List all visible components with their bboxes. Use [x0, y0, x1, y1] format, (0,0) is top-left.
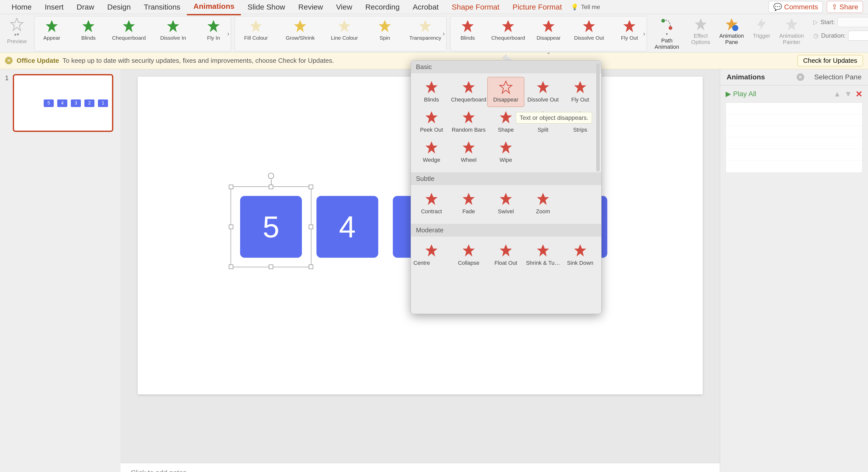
effect-blinds[interactable]: Blinds	[413, 77, 450, 107]
animation-list[interactable]	[725, 102, 863, 173]
anim-transparency[interactable]: Transparency	[408, 19, 443, 41]
move-down-icon[interactable]: ▼	[844, 90, 852, 98]
effect-label: Wipe	[500, 157, 512, 163]
tab-acrobat[interactable]: Acrobat	[406, 0, 445, 15]
effect-contract[interactable]: Contract	[413, 189, 450, 219]
tab-picture-format[interactable]: Picture Format	[506, 0, 569, 15]
anim-chequerboard[interactable]: Chequerboard	[491, 19, 526, 41]
close-icon[interactable]: ✕	[797, 73, 804, 81]
slide-shape-5[interactable]: 5	[240, 196, 302, 258]
anim-label: Fly Out	[621, 35, 638, 41]
preview-button[interactable]: ▸▾ Preview	[2, 16, 31, 51]
resize-handle[interactable]	[269, 185, 273, 189]
slide-thumbnails: 1 54321	[0, 69, 121, 472]
effect-wedge[interactable]: Wedge	[413, 137, 450, 167]
anim-dissolve-in[interactable]: Dissolve In	[155, 19, 191, 41]
resize-handle[interactable]	[229, 225, 233, 229]
effect-disappear[interactable]: Disappear	[487, 77, 524, 107]
effect-zoom[interactable]: Zoom	[524, 189, 562, 219]
anim-chequerboard[interactable]: Chequerboard	[111, 19, 147, 41]
tab-view[interactable]: View	[330, 0, 359, 15]
effect-label: Strips	[573, 127, 587, 133]
effect-centre-revo-[interactable]: Centre Revo…	[413, 240, 450, 267]
tab-recording[interactable]: Recording	[359, 0, 406, 15]
svg-marker-42	[500, 244, 512, 256]
tab-shape-format[interactable]: Shape Format	[445, 0, 506, 15]
anim-appear[interactable]: Appear	[38, 19, 66, 41]
effect-label: Random Bars	[452, 127, 486, 133]
gallery-more-icon[interactable]: ›	[643, 30, 646, 37]
effect-float-out[interactable]: Float Out	[487, 240, 524, 267]
anim-fly-in[interactable]: Fly In	[200, 19, 227, 41]
chevron-down-icon[interactable]: ⌄	[546, 49, 551, 56]
share-button[interactable]: ⇪ Share	[827, 1, 863, 13]
effect-swivel[interactable]: Swivel	[487, 189, 524, 219]
anim-blinds[interactable]: Blinds	[74, 19, 102, 41]
animation-pane-button[interactable]: Animation Pane	[715, 16, 748, 51]
effect-dissolve-out[interactable]: Dissolve Out	[524, 77, 562, 107]
tab-design[interactable]: Design	[101, 0, 137, 15]
notes-placeholder[interactable]: Click to add notes	[121, 463, 720, 472]
comments-button[interactable]: 💬 Comments	[769, 1, 823, 13]
tab-review[interactable]: Review	[292, 0, 330, 15]
gallery-more-icon[interactable]: ›	[443, 30, 445, 37]
resize-handle[interactable]	[309, 225, 313, 229]
anim-fly-out[interactable]: Fly Out	[616, 19, 643, 41]
anim-disappear[interactable]: Disappear	[535, 19, 562, 41]
svg-marker-12	[502, 20, 514, 32]
anim-dissolve-out[interactable]: Dissolve Out	[571, 19, 607, 41]
svg-marker-26	[537, 81, 549, 93]
effect-peek-out[interactable]: Peek Out	[413, 107, 450, 137]
effect-chequerboard[interactable]: Chequerboard	[450, 77, 487, 107]
scrollbar[interactable]	[596, 64, 600, 171]
resize-handle[interactable]	[309, 185, 313, 189]
star-icon	[573, 243, 587, 258]
share-label: Share	[839, 3, 858, 11]
anim-label: Fly In	[207, 35, 220, 41]
effect-random-bars[interactable]: Random Bars	[450, 107, 487, 137]
popover-section-header: Moderate	[411, 224, 601, 237]
anim-line-colour[interactable]: Line Colour	[327, 19, 362, 41]
slide-thumbnail-1[interactable]: 54321	[13, 74, 113, 132]
effect-wipe[interactable]: Wipe	[487, 137, 524, 167]
tab-home[interactable]: Home	[5, 0, 38, 15]
resize-handle[interactable]	[229, 185, 233, 189]
slide-shape-4[interactable]: 4	[316, 196, 378, 258]
play-all-button[interactable]: ▶ Play All	[725, 90, 756, 98]
tab-animations[interactable]: Animations	[187, 0, 241, 15]
delete-icon[interactable]: ✕	[856, 89, 863, 99]
pane-tab-selection[interactable]: Selection Pane	[808, 69, 868, 85]
tab-transitions[interactable]: Transitions	[137, 0, 187, 15]
effect-wheel[interactable]: Wheel	[450, 137, 487, 167]
duration-input[interactable]	[848, 31, 868, 41]
anim-fill-colour[interactable]: Fill Colour	[238, 19, 274, 41]
anim-spin[interactable]: Spin	[371, 19, 399, 41]
star-icon	[499, 80, 513, 94]
effect-fade[interactable]: Fade	[450, 189, 487, 219]
tab-insert[interactable]: Insert	[38, 0, 70, 15]
svg-marker-35	[500, 141, 512, 154]
star-icon	[44, 19, 59, 33]
resize-handle[interactable]	[269, 264, 273, 269]
tab-draw[interactable]: Draw	[70, 0, 101, 15]
close-icon[interactable]: ✕	[5, 57, 12, 64]
anim-blinds[interactable]: Blinds	[454, 19, 482, 41]
effect-shrink-tu-[interactable]: Shrink & Tu…	[524, 240, 562, 267]
start-select[interactable]	[837, 17, 868, 27]
effect-fly-out[interactable]: Fly Out	[562, 77, 599, 107]
move-up-icon[interactable]: ▲	[834, 90, 841, 98]
play-all-label: Play All	[733, 90, 756, 98]
resize-handle[interactable]	[229, 264, 233, 269]
svg-marker-40	[426, 244, 437, 256]
rotate-handle[interactable]	[268, 173, 274, 179]
pane-tab-animations[interactable]: Animations	[720, 69, 771, 85]
effect-collapse[interactable]: Collapse	[450, 240, 487, 267]
tab-slideshow[interactable]: Slide Show	[241, 0, 291, 15]
gallery-more-icon[interactable]: ›	[227, 30, 229, 37]
anim-grow-shrink[interactable]: Grow/Shrink	[283, 19, 318, 41]
effect-sink-down[interactable]: Sink Down	[562, 240, 599, 267]
path-animation-button[interactable]: ▾ Path Animation	[650, 16, 684, 51]
tell-me[interactable]: 💡 Tell me	[571, 3, 600, 10]
check-updates-button[interactable]: Check for Updates	[798, 55, 863, 66]
resize-handle[interactable]	[309, 264, 313, 269]
